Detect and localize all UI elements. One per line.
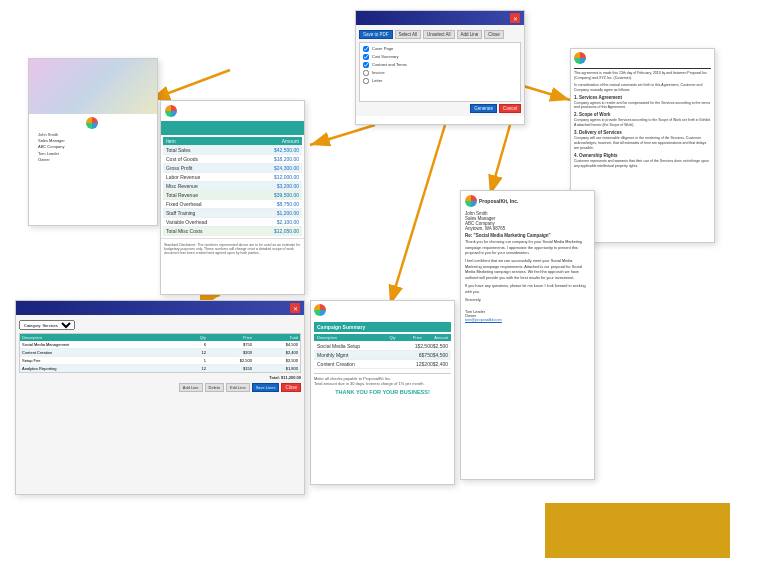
proposal-field-5: Owner [32,157,154,162]
letter-subject: Re: "Social Media Marketing Campaign" [465,233,590,238]
dialog-add-line-button[interactable]: Add Line [457,30,483,39]
project-dialog: ✕ Save to PDF Select All Unselect All Ad… [355,10,525,125]
cost-row-5: Misc Revenue$3,200.00 [163,182,302,191]
dialog-select-all-button[interactable]: Select All [395,30,422,39]
invoice-thank-you: THANK YOU FOR YOUR BUSINESS! [314,389,451,395]
contract-intro: This agreement is made this 13th day of … [574,71,711,81]
lineitem-body: Category: Services DescriptionQtyPriceTo… [16,315,304,494]
cost-banner [161,121,304,135]
contract-section-4-text: Customer represents and warrants that th… [574,159,711,169]
dialog-close-wizard-button[interactable]: Close [484,30,504,39]
contract-section-1: 1. Services Agreement [574,95,711,100]
letter-company: ProposalKit, Inc. [479,198,518,204]
dialog-toolbar: Save to PDF Select All Unselect All Add … [359,30,521,39]
lineitem-table-header: DescriptionQtyPriceTotal [20,334,300,341]
cost-note: Standard Disclaimer: The numbers represe… [161,238,304,259]
lineitem-delete-button[interactable]: Delete [205,383,225,392]
proposal-logo [86,117,98,129]
invoice-item-2: Monthly Mgmt6$750$4,500 [314,351,451,360]
proposal-field-4: Tom Leader [32,151,154,156]
cost-row-8: Staff Training$1,200.00 [163,209,302,218]
lineitem-footer-buttons: Add Line Delete Edit Line Save Lines Clo… [19,383,301,392]
cost-summary-header [161,101,304,121]
letter-para-1: Thank you for choosing our company for y… [465,240,590,257]
invoice-banner: Campaign Summary [314,322,451,332]
lineitem-toolbar: Category: Services [19,320,301,330]
cost-logo [165,105,177,117]
dialog-checkbox-2[interactable] [363,54,369,60]
dialog-doc-row-3: Contract and Terms [363,62,517,68]
contract-agreements: In consideration of the mutual covenants… [574,83,711,93]
dialog-content-area: Cover Page Cost Summary Contract and Ter… [359,42,521,102]
lineitem-save-button[interactable]: Save Lines [252,383,280,392]
contract-section-1-text: Company agrees to render and be compensa… [574,101,711,111]
lineitem-row-4: Analytics Reporting12$150$1,800 [20,365,300,372]
dialog-generate-button[interactable]: Generate [470,104,497,113]
cost-summary-document: ItemAmount Total Sales$42,500.00 Cost of… [160,100,305,295]
dialog-doc-row-4: Invoice [363,70,517,76]
invoice-item-3: Content Creation12$200$2,400 [314,360,451,369]
lineitem-edit-button[interactable]: Edit Line [226,383,250,392]
svg-line-3 [520,85,570,100]
contract-content: This agreement is made this 13th day of … [571,49,714,174]
dialog-doc-row-5: Letter [363,78,517,84]
invoice-content: Campaign Summary DescriptionQtyPriceAmou… [311,301,454,398]
letter-document: ProposalKit, Inc. John SmithSales Manage… [460,190,595,480]
dialog-checkbox-1[interactable] [363,46,369,52]
lineitem-dialog: ✕ Category: Services DescriptionQtyPrice… [15,300,305,495]
lineitem-row-3: Setup Fee1$2,500$2,500 [20,357,300,365]
contract-section-4: 4. Ownership Rights [574,153,711,158]
cost-row-1: Total Sales$42,500.00 [163,146,302,155]
contract-section-3-text: Company will use reasonable diligence in… [574,136,711,151]
dialog-checkbox-3[interactable] [363,62,369,68]
dialog-checkbox-4[interactable] [363,70,369,76]
cost-row-4: Labor Revenue$12,000.00 [163,173,302,182]
proposal-field-3: ABC Company [32,144,154,149]
dialog-cancel-button[interactable]: Cancel [499,104,521,113]
contract-section-3: 3. Delivery of Services [574,130,711,135]
invoice-col-headers: DescriptionQtyPriceAmount [314,334,451,341]
proposal-document: John Smith Sales Manager ABC Company Tom… [28,58,158,226]
contract-logo [574,52,586,64]
svg-line-1 [150,70,230,100]
lineitem-category-select[interactable]: Category: Services [19,320,75,330]
dialog-close-button[interactable]: ✕ [510,13,520,23]
cost-row-header: ItemAmount [163,137,302,146]
cost-row-6: Total Revenue$39,500.00 [163,191,302,200]
cost-row-7: Fixed Overhead$8,750.00 [163,200,302,209]
lineitem-close-button[interactable]: ✕ [290,303,300,313]
lineitem-cancel-button[interactable]: Close [281,383,301,392]
lineitem-add-button[interactable]: Add Line [179,383,203,392]
contract-section-2: 2. Scope of Work [574,112,711,117]
cost-row-10: Total Misc Costs$12,050.00 [163,227,302,236]
proposal-field-1: John Smith [32,132,154,137]
cta-button[interactable] [545,503,730,558]
svg-line-2 [310,125,375,145]
dialog-checkbox-5[interactable] [363,78,369,84]
letter-to: John SmithSales ManagerABC CompanyAnytow… [465,211,590,231]
letter-para-3: If you have any questions, please let me… [465,284,590,295]
invoice-footer: Make all checks payable to ProposalKit I… [314,373,451,386]
dialog-footer-buttons: Generate Cancel [359,104,521,113]
invoice-document: Campaign Summary DescriptionQtyPriceAmou… [310,300,455,485]
invoice-item-1: Social Media Setup1$2,500$2,500 [314,342,451,351]
lineitem-total: Total: $11,200.00 [19,375,301,380]
invoice-logo [314,304,326,316]
cost-rows: ItemAmount Total Sales$42,500.00 Cost of… [161,137,304,236]
cost-row-3: Gross Profit$24,300.00 [163,164,302,173]
cost-row-9: Variable Overhead$2,100.00 [163,218,302,227]
proposal-field-2: Sales Manager [32,138,154,143]
dialog-save-pdf-button[interactable]: Save to PDF [359,30,393,39]
lineitem-table: DescriptionQtyPriceTotal Social Media Ma… [19,333,301,373]
cost-row-2: Cost of Goods$18,200.00 [163,155,302,164]
dialog-doc-row-1: Cover Page [363,46,517,52]
letter-content: ProposalKit, Inc. John SmithSales Manage… [461,191,594,326]
invoice-banner-text: Campaign Summary [317,324,365,330]
dialog-titlebar: ✕ [356,11,524,25]
dialog-unselect-button[interactable]: Unselect All [423,30,455,39]
contract-section-2-text: Company agrees to provide Services accor… [574,118,711,128]
lineitem-row-2: Content Creation12$200$2,400 [20,349,300,357]
proposal-content: John Smith Sales Manager ABC Company Tom… [29,114,157,166]
svg-line-5 [490,125,510,195]
lineitem-titlebar: ✕ [16,301,304,315]
